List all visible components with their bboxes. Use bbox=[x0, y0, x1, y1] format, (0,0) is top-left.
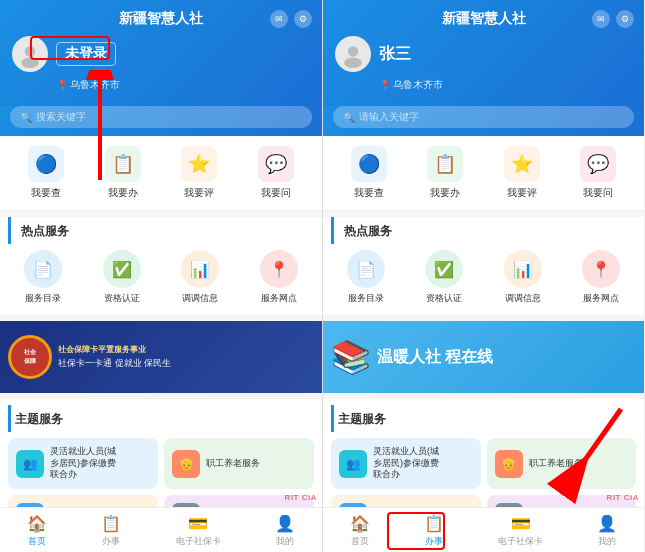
left-do-icon: 📋 bbox=[105, 146, 141, 182]
left-cert-icon: ✅ bbox=[103, 250, 141, 288]
left-search-icon: 🔍 bbox=[20, 112, 32, 123]
left-service-flexible[interactable]: 👥 灵活就业人员(城乡居民)参保缴费联合办 bbox=[8, 438, 158, 489]
right-banner-warm-text: 温暖人社 程在线 bbox=[377, 347, 493, 368]
left-do-label: 我要办 bbox=[108, 186, 138, 200]
left-nav-home[interactable]: 🏠 首页 bbox=[27, 514, 47, 548]
left-catalog-icon: 📄 bbox=[24, 250, 62, 288]
left-action-query[interactable]: 🔵 我要查 bbox=[28, 146, 64, 200]
left-banner-content: 社会保障 社会保障卡平置服务事业 社保卡一卡通 促就业 保民生 bbox=[0, 321, 322, 393]
left-service-pension[interactable]: 👴 职工养老服务 bbox=[164, 438, 314, 489]
app-container: 新疆智慧人社 ✉ ⚙ 未登录 📍 乌鲁木齐市 bbox=[0, 0, 645, 552]
left-mine-icon: 👤 bbox=[275, 514, 295, 533]
svg-point-0 bbox=[25, 46, 36, 57]
left-flexible-text: 灵活就业人员(城乡居民)参保缴费联合办 bbox=[50, 446, 116, 481]
right-ask-icon: 💬 bbox=[580, 146, 616, 182]
right-task-label: 办事 bbox=[425, 535, 443, 548]
right-nav-mine[interactable]: 👤 我的 bbox=[597, 514, 617, 548]
right-location-text: 乌鲁木齐市 bbox=[393, 78, 443, 92]
right-service-flexible[interactable]: 👥 灵活就业人员(城乡居民)参保缴费联合办 bbox=[331, 438, 481, 489]
left-flexible-icon: 👥 bbox=[16, 450, 44, 478]
left-action-rate[interactable]: ⭐ 我要评 bbox=[181, 146, 217, 200]
right-action-ask[interactable]: 💬 我要问 bbox=[580, 146, 616, 200]
right-nav-home[interactable]: 🏠 首页 bbox=[350, 514, 370, 548]
left-msg-icon[interactable]: ✉ bbox=[270, 10, 288, 28]
right-search-input[interactable]: 🔍 请输入关键字 bbox=[333, 106, 634, 128]
right-panel: 新疆智慧人社 ✉ ⚙ 张三 📍 乌鲁木齐市 bbox=[322, 0, 644, 552]
right-banner-content: 📚 温暖人社 程在线 bbox=[323, 321, 644, 393]
left-panel: 新疆智慧人社 ✉ ⚙ 未登录 📍 乌鲁木齐市 bbox=[0, 0, 322, 552]
right-service-pension[interactable]: 👴 职工养老服务 bbox=[487, 438, 637, 489]
left-hot-location[interactable]: 📍 服务网点 bbox=[260, 250, 298, 305]
right-nav-task[interactable]: 📋 办事 bbox=[424, 514, 444, 548]
left-info-label: 调调信息 bbox=[182, 292, 218, 305]
left-query-label: 我要查 bbox=[31, 186, 61, 200]
left-action-ask[interactable]: 💬 我要问 bbox=[258, 146, 294, 200]
right-action-rate[interactable]: ⭐ 我要评 bbox=[504, 146, 540, 200]
left-hot-section: 热点服务 📄 服务目录 ✅ 资格认证 📊 调调信息 📍 服务网点 bbox=[0, 217, 322, 315]
left-card-icon: 💳 bbox=[188, 514, 208, 533]
left-avatar[interactable] bbox=[12, 36, 48, 72]
right-watermark: RIT CiA bbox=[607, 493, 639, 502]
left-hot-info[interactable]: 📊 调调信息 bbox=[181, 250, 219, 305]
left-banner-title: 社会保障卡平置服务事业 bbox=[58, 344, 171, 355]
left-nav-card[interactable]: 💳 电子社保卡 bbox=[176, 514, 221, 548]
right-msg-icon[interactable]: ✉ bbox=[592, 10, 610, 28]
left-nav-mine[interactable]: 👤 我的 bbox=[275, 514, 295, 548]
left-mine-label: 我的 bbox=[276, 535, 294, 548]
left-banner-text: 社会保障卡平置服务事业 社保卡一卡通 促就业 保民生 bbox=[58, 344, 171, 370]
right-hot-cert[interactable]: ✅ 资格认证 bbox=[425, 250, 463, 305]
right-task-icon: 📋 bbox=[424, 514, 444, 533]
right-do-label: 我要办 bbox=[430, 186, 460, 200]
left-hot-catalog[interactable]: 📄 服务目录 bbox=[24, 250, 62, 305]
left-ask-label: 我要问 bbox=[261, 186, 291, 200]
left-settings-icon[interactable]: ⚙ bbox=[294, 10, 312, 28]
right-info-label: 调调信息 bbox=[505, 292, 541, 305]
left-action-do[interactable]: 📋 我要办 bbox=[105, 146, 141, 200]
left-home-icon: 🏠 bbox=[27, 514, 47, 533]
svg-point-4 bbox=[348, 46, 359, 57]
right-hot-location[interactable]: 📍 服务网点 bbox=[582, 250, 620, 305]
left-hot-services: 📄 服务目录 ✅ 资格认证 📊 调调信息 📍 服务网点 bbox=[0, 244, 322, 315]
left-rate-label: 我要评 bbox=[184, 186, 214, 200]
left-banner-badge-text: 社会保障 bbox=[24, 348, 36, 366]
right-card-label: 电子社保卡 bbox=[498, 535, 543, 548]
left-pension-text: 职工养老服务 bbox=[206, 458, 260, 470]
left-nav-task[interactable]: 📋 办事 bbox=[101, 514, 121, 548]
right-search-icon: 🔍 bbox=[343, 112, 355, 123]
right-query-icon: 🔵 bbox=[351, 146, 387, 182]
left-search-placeholder: 搜索关键字 bbox=[36, 110, 86, 124]
left-location-hot-icon: 📍 bbox=[260, 250, 298, 288]
left-card-label: 电子社保卡 bbox=[176, 535, 221, 548]
right-hot-services: 📄 服务目录 ✅ 资格认证 📊 调调信息 📍 服务网点 bbox=[323, 244, 644, 315]
right-mine-icon: 👤 bbox=[597, 514, 617, 533]
left-rate-icon: ⭐ bbox=[181, 146, 217, 182]
left-search-input[interactable]: 🔍 搜索关键字 bbox=[10, 106, 312, 128]
left-location-icon: 📍 bbox=[56, 80, 68, 91]
right-avatar[interactable] bbox=[335, 36, 371, 72]
right-header-icons: ✉ ⚙ bbox=[592, 10, 634, 28]
right-catalog-label: 服务目录 bbox=[348, 292, 384, 305]
right-action-do[interactable]: 📋 我要办 bbox=[427, 146, 463, 200]
left-user-area[interactable]: 未登录 bbox=[12, 36, 310, 72]
left-main-title: 主题服务 bbox=[8, 405, 314, 432]
left-location: 📍 乌鲁木齐市 bbox=[56, 78, 310, 92]
right-rate-label: 我要评 bbox=[507, 186, 537, 200]
left-hot-cert[interactable]: ✅ 资格认证 bbox=[103, 250, 141, 305]
right-catalog-icon: 📄 bbox=[347, 250, 385, 288]
right-user-name: 张三 bbox=[379, 44, 411, 65]
right-pension-text: 职工养老服务 bbox=[529, 458, 583, 470]
right-action-query[interactable]: 🔵 我要查 bbox=[351, 146, 387, 200]
right-hot-catalog[interactable]: 📄 服务目录 bbox=[347, 250, 385, 305]
right-do-icon: 📋 bbox=[427, 146, 463, 182]
right-nav-card[interactable]: 💳 电子社保卡 bbox=[498, 514, 543, 548]
right-rate-icon: ⭐ bbox=[504, 146, 540, 182]
left-banner-subtitle: 社保卡一卡通 促就业 保民生 bbox=[58, 357, 171, 370]
right-settings-icon[interactable]: ⚙ bbox=[616, 10, 634, 28]
right-home-icon: 🏠 bbox=[350, 514, 370, 533]
left-task-icon: 📋 bbox=[101, 514, 121, 533]
right-home-label: 首页 bbox=[351, 535, 369, 548]
right-cert-label: 资格认证 bbox=[426, 292, 462, 305]
right-hot-info[interactable]: 📊 调调信息 bbox=[504, 250, 542, 305]
right-main-title: 主题服务 bbox=[331, 405, 636, 432]
left-login-status[interactable]: 未登录 bbox=[56, 42, 116, 66]
